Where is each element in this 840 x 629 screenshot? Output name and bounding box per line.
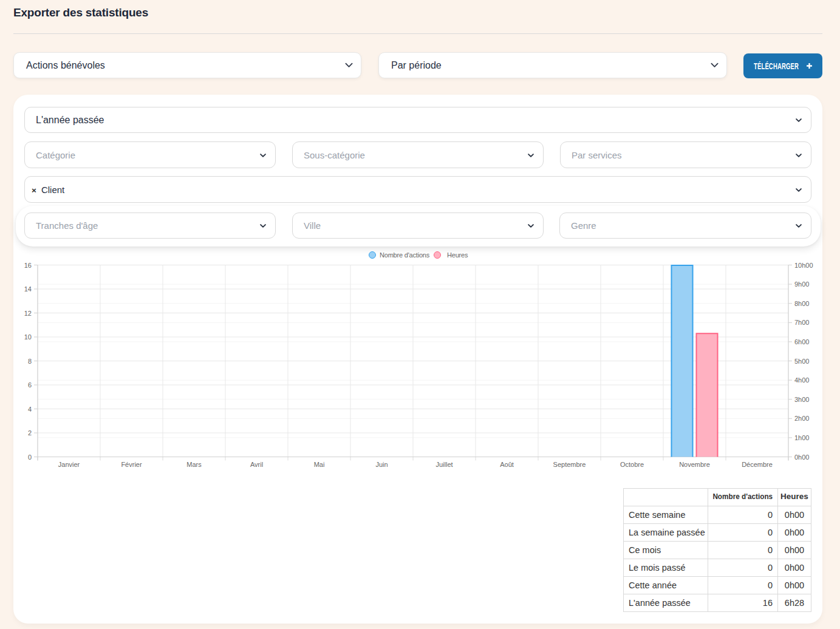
svg-text:Mai: Mai [314,461,325,468]
svg-text:4: 4 [28,406,32,413]
svg-text:5h00: 5h00 [794,358,809,365]
svg-text:3h00: 3h00 [794,396,809,403]
svg-text:16: 16 [24,262,32,269]
svg-text:8: 8 [28,358,32,365]
svg-text:0h00: 0h00 [794,454,809,461]
svg-text:10h00: 10h00 [794,262,813,269]
svg-text:Juin: Juin [375,461,388,468]
svg-text:2: 2 [28,429,32,437]
svg-text:0: 0 [28,454,32,461]
svg-text:7h00: 7h00 [794,319,809,326]
svg-text:Septembre: Septembre [553,461,586,468]
svg-text:Décembre: Décembre [742,461,773,468]
svg-text:Juillet: Juillet [435,461,452,468]
svg-text:Février: Février [121,461,142,468]
svg-text:Avril: Avril [250,461,263,468]
svg-text:Novembre: Novembre [679,461,710,468]
svg-text:Janvier: Janvier [58,461,80,468]
svg-text:4h00: 4h00 [794,376,809,384]
svg-text:8h00: 8h00 [794,300,809,307]
svg-text:Mars: Mars [186,461,202,468]
svg-text:1h00: 1h00 [794,434,809,441]
svg-text:2h00: 2h00 [794,415,809,422]
svg-text:10: 10 [24,333,32,341]
svg-text:12: 12 [24,310,32,317]
svg-text:9h00: 9h00 [794,280,809,288]
svg-text:6h00: 6h00 [794,338,809,345]
svg-text:Octobre: Octobre [620,461,644,468]
svg-text:6: 6 [28,381,32,389]
svg-text:Août: Août [500,461,514,468]
svg-text:14: 14 [24,285,32,293]
